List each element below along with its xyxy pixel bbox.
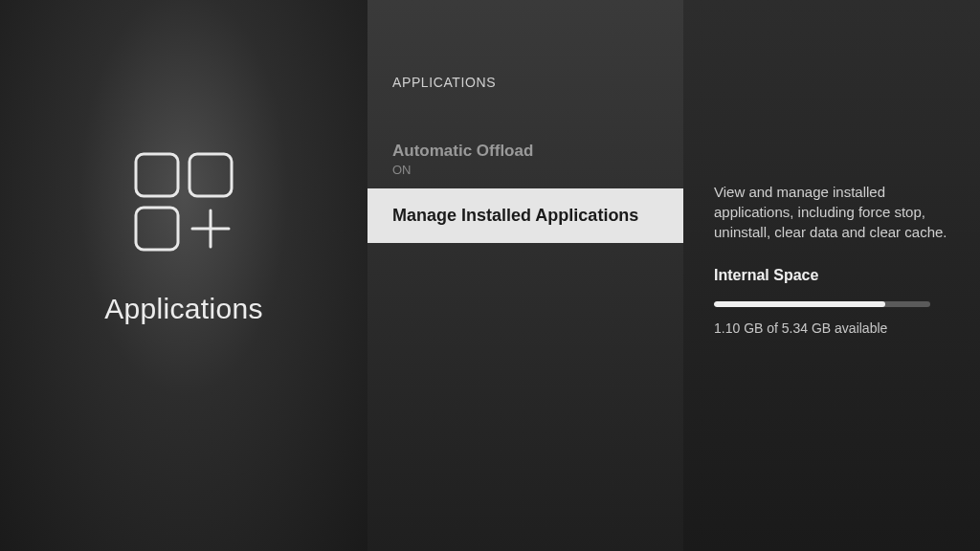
- applications-icon: [122, 140, 246, 264]
- menu-item-manage-installed-applications[interactable]: Manage Installed Applications: [368, 188, 683, 243]
- category-title: Applications: [104, 293, 262, 325]
- menu-item-title: Manage Installed Applications: [392, 206, 658, 226]
- menu-item-subtitle: ON: [392, 163, 658, 177]
- settings-menu: APPLICATIONS Automatic Offload ON Manage…: [368, 0, 683, 551]
- spacer: [368, 99, 683, 128]
- svg-rect-0: [136, 154, 178, 196]
- category-panel: Applications: [0, 0, 368, 551]
- setting-description: View and manage installed applications, …: [714, 182, 949, 242]
- settings-screen: Applications APPLICATIONS Automatic Offl…: [0, 0, 980, 551]
- menu-item-automatic-offload[interactable]: Automatic Offload ON: [368, 128, 683, 188]
- storage-title: Internal Space: [714, 267, 949, 284]
- storage-progress-bar: [714, 301, 930, 307]
- svg-rect-2: [136, 208, 178, 250]
- storage-available-text: 1.10 GB of 5.34 GB available: [714, 320, 949, 336]
- menu-item-title: Automatic Offload: [392, 142, 658, 161]
- svg-rect-1: [189, 154, 232, 196]
- menu-header: APPLICATIONS: [368, 75, 683, 99]
- detail-panel: View and manage installed applications, …: [683, 0, 980, 551]
- storage-progress-fill: [714, 301, 885, 307]
